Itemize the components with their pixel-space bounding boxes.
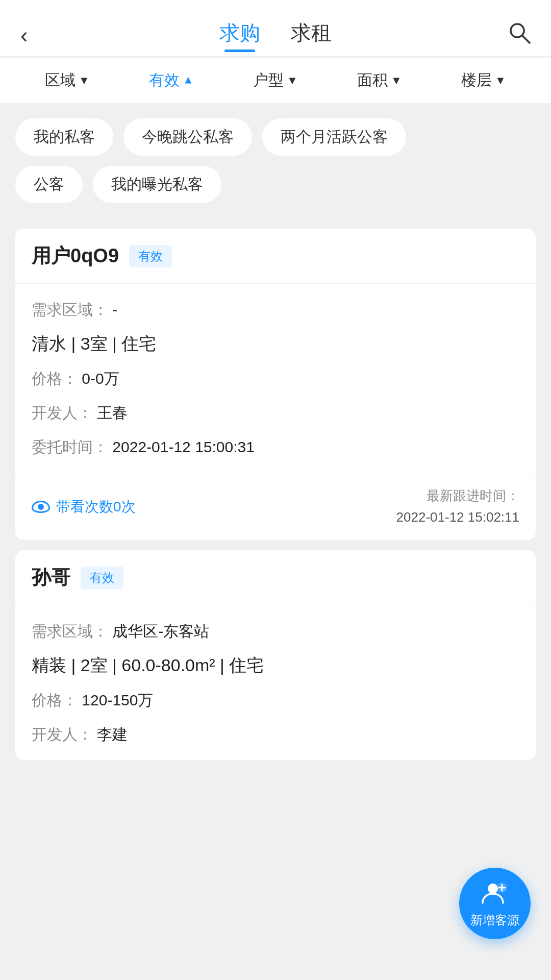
filter-area[interactable]: 区域 ▼ bbox=[15, 70, 119, 91]
eye-icon bbox=[32, 501, 50, 513]
card-2-demand-area-label: 需求区域： bbox=[32, 623, 108, 640]
card-1-developer-value: 王春 bbox=[97, 404, 128, 421]
segment-tonight-jump[interactable]: 今晚跳公私客 bbox=[123, 118, 252, 156]
filter-valid[interactable]: 有效 ▼ bbox=[119, 70, 223, 91]
segment-public[interactable]: 公客 bbox=[15, 166, 83, 203]
filter-layout[interactable]: 户型 ▼ bbox=[223, 70, 328, 91]
card-1-badge: 有效 bbox=[129, 245, 172, 267]
card-1-footer: 带看次数0次 最新跟进时间： 2022-01-12 15:02:11 bbox=[15, 473, 536, 540]
card-2-name: 孙哥 bbox=[32, 565, 70, 591]
segment-my-private[interactable]: 我的私客 bbox=[15, 118, 113, 156]
card-1-body: 需求区域： - 清水 | 3室 | 住宅 价格： 0-0万 开发人： 王春 委托… bbox=[15, 284, 536, 473]
card-2-demand-area-value: 成华区-东客站 bbox=[112, 623, 209, 640]
card-2-body: 需求区域： 成华区-东客站 精装 | 2室 | 60.0-80.0m² | 住宅… bbox=[15, 605, 536, 760]
card-1-view-count-text: 带看次数0次 bbox=[56, 497, 136, 517]
card-2: 孙哥 有效 需求区域： 成华区-东客站 精装 | 2室 | 60.0-80.0m… bbox=[15, 550, 536, 760]
card-1-price: 价格： 0-0万 bbox=[32, 367, 519, 390]
svg-line-1 bbox=[522, 36, 530, 43]
card-1-follow-label: 最新跟进时间： bbox=[427, 488, 519, 503]
card-1-demand-area-value: - bbox=[112, 301, 117, 318]
segment-my-exposed-private[interactable]: 我的曝光私客 bbox=[93, 166, 221, 203]
filter-valid-arrow: ▼ bbox=[183, 74, 194, 87]
card-2-demand-area: 需求区域： 成华区-东客站 bbox=[32, 620, 519, 643]
card-1-price-label: 价格： bbox=[32, 370, 78, 387]
card-2-header: 孙哥 有效 bbox=[15, 550, 536, 605]
filter-area2-label: 面积 bbox=[357, 70, 388, 91]
card-1: 用户0qO9 有效 需求区域： - 清水 | 3室 | 住宅 价格： 0-0万 … bbox=[15, 229, 536, 540]
card-1-name: 用户0qO9 bbox=[32, 243, 119, 269]
filter-valid-label: 有效 bbox=[149, 70, 180, 91]
filter-layout-label: 户型 bbox=[253, 70, 284, 91]
card-1-view-count[interactable]: 带看次数0次 bbox=[32, 497, 136, 517]
card-2-price-label: 价格： bbox=[32, 692, 78, 708]
back-button[interactable]: ‹ bbox=[20, 22, 51, 48]
fab-add-customer[interactable]: 新增客源 bbox=[459, 868, 531, 939]
card-2-badge: 有效 bbox=[81, 567, 123, 589]
fab-icon bbox=[482, 880, 508, 911]
filter-area2-arrow: ▼ bbox=[391, 74, 402, 87]
card-1-demand-area-label: 需求区域： bbox=[32, 301, 108, 318]
card-1-commission-label: 委托时间： bbox=[32, 438, 108, 455]
card-1-commission-value: 2022-01-12 15:00:31 bbox=[112, 438, 255, 455]
card-2-price: 价格： 120-150万 bbox=[32, 689, 519, 712]
card-2-developer: 开发人： 李建 bbox=[32, 723, 519, 746]
filter-floor-arrow: ▼ bbox=[495, 74, 506, 87]
header: ‹ 求购 求租 bbox=[0, 0, 551, 56]
segment-row-2: 公客 我的曝光私客 bbox=[15, 166, 536, 203]
card-2-main-info: 精装 | 2室 | 60.0-80.0m² | 住宅 bbox=[32, 654, 519, 677]
filter-layout-arrow: ▼ bbox=[287, 74, 298, 87]
card-1-follow-value: 2022-01-12 15:02:11 bbox=[396, 509, 519, 525]
filter-area-label: 区域 bbox=[45, 70, 76, 91]
card-1-follow-time: 最新跟进时间： 2022-01-12 15:02:11 bbox=[396, 485, 519, 528]
card-1-developer-label: 开发人： bbox=[32, 404, 93, 421]
filter-floor-label: 楼层 bbox=[461, 70, 492, 91]
filter-bar: 区域 ▼ 有效 ▼ 户型 ▼ 面积 ▼ 楼层 ▼ bbox=[0, 57, 551, 103]
header-tabs: 求购 求租 bbox=[219, 19, 332, 52]
filter-area-arrow: ▼ bbox=[79, 74, 90, 87]
tab-buy[interactable]: 求购 bbox=[219, 19, 260, 52]
segment-area: 我的私客 今晚跳公私客 两个月活跃公客 公客 我的曝光私客 bbox=[0, 103, 551, 218]
filter-area2[interactable]: 面积 ▼ bbox=[328, 70, 432, 91]
search-button[interactable] bbox=[500, 21, 531, 49]
card-1-commission: 委托时间： 2022-01-12 15:00:31 bbox=[32, 435, 519, 458]
segment-two-month-active[interactable]: 两个月活跃公客 bbox=[262, 118, 406, 156]
card-2-developer-label: 开发人： bbox=[32, 726, 93, 743]
tab-rent[interactable]: 求租 bbox=[291, 19, 332, 52]
card-2-price-value: 120-150万 bbox=[82, 692, 153, 708]
card-1-main-info: 清水 | 3室 | 住宅 bbox=[32, 332, 519, 356]
fab-label: 新增客源 bbox=[470, 914, 519, 926]
filter-floor[interactable]: 楼层 ▼ bbox=[432, 70, 536, 91]
svg-point-2 bbox=[488, 884, 498, 894]
card-2-developer-value: 李建 bbox=[97, 726, 128, 743]
segment-row-1: 我的私客 今晚跳公私客 两个月活跃公客 bbox=[15, 118, 536, 156]
card-1-developer: 开发人： 王春 bbox=[32, 401, 519, 424]
card-1-price-value: 0-0万 bbox=[82, 370, 119, 387]
card-1-header: 用户0qO9 有效 bbox=[15, 229, 536, 284]
card-1-demand-area: 需求区域： - bbox=[32, 298, 519, 321]
